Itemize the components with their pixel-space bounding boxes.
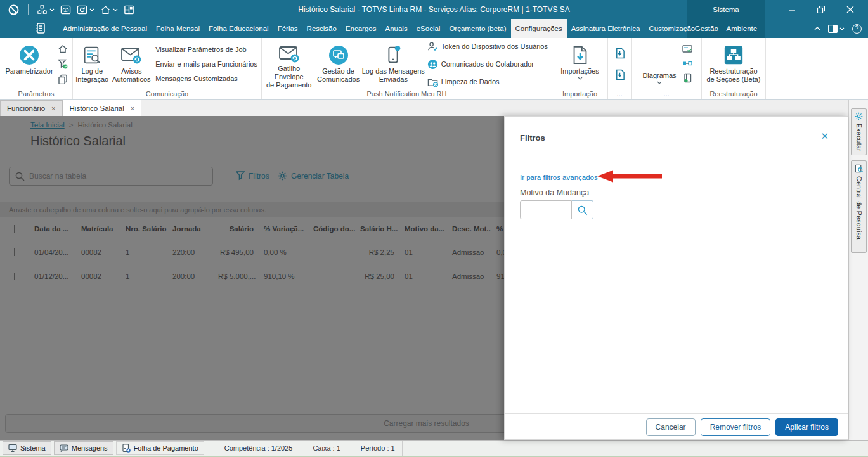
menu-item-assinatura-eletronica[interactable]: Assinatura Eletrônica: [567, 19, 645, 38]
chevron-down-icon: [89, 8, 94, 11]
home-small-icon[interactable]: [58, 44, 68, 54]
parametrizador-icon: [18, 43, 41, 67]
minimize-button[interactable]: [789, 6, 796, 13]
parametrizador-button[interactable]: Parametrizador: [3, 41, 56, 87]
apply-filters-button[interactable]: Aplicar filtros: [775, 418, 838, 436]
book-icon[interactable]: [683, 73, 692, 83]
chevron-down-icon: [113, 8, 118, 11]
comunicados-colaborador-button[interactable]: Comunicados do Colaborador: [427, 59, 548, 70]
ribbon-caption-comunicacao: Comunicação: [73, 90, 261, 98]
menu-item-orcamento-beta[interactable]: Orçamento (beta): [444, 19, 510, 38]
reestruturacao-icon: [723, 43, 744, 67]
menu-item-configuracoes[interactable]: Configurações: [511, 19, 567, 38]
menu-item-encargos[interactable]: Encargos: [341, 19, 381, 38]
menu-item-folha-educacional[interactable]: Folha Educacional: [204, 19, 273, 38]
statusbar-caixa: Caixa : 1: [313, 444, 340, 452]
ribbon-caption-parametros: Parâmetros: [0, 90, 72, 98]
menu-item-esocial[interactable]: eSocial: [412, 19, 445, 38]
menu-item-ferias[interactable]: Férias: [273, 19, 302, 38]
message-icon: [60, 444, 68, 453]
comunicados-colaborador-icon: [427, 59, 438, 70]
mensagens-customizadas-button[interactable]: Mensagens Customizadas: [155, 75, 257, 82]
ribbon-group-comunicacao: Log de Integração Avisos Automáticos Vis…: [73, 38, 262, 99]
ribbon-caption-reestruturacao: Reestruturação: [702, 90, 765, 98]
checklist-icon[interactable]: [682, 45, 692, 54]
side-tab-executar[interactable]: Executar: [851, 108, 867, 155]
tab-close-icon[interactable]: ×: [131, 105, 134, 112]
log-mensagens-button[interactable]: Log das Mensagens Enviadas: [362, 41, 425, 87]
menu-book-icon[interactable]: [34, 22, 46, 34]
sync-icon[interactable]: [77, 4, 94, 15]
visualizar-parametros-job-button[interactable]: Visualizar Parâmetros de Job: [155, 46, 257, 53]
statusbar-folha-pagamento[interactable]: Folha de Pagamento: [116, 441, 204, 455]
tab-historico-salarial[interactable]: Histórico Salarial ×: [63, 100, 142, 116]
diagram-nodes-icon[interactable]: [682, 59, 692, 68]
payroll-doc-icon: [122, 444, 131, 453]
log-integracao-icon: [81, 43, 103, 67]
eye-icon[interactable]: [60, 4, 71, 15]
importacoes-button[interactable]: Importações: [554, 41, 606, 87]
help-icon[interactable]: ?: [852, 24, 862, 34]
gestao-comunicados-button[interactable]: Gestão de Comunicados: [314, 41, 361, 87]
ribbon: Parametrizador Parâmetros Log de Integra…: [0, 38, 868, 100]
import-doc-icon[interactable]: [614, 48, 625, 59]
avisos-automaticos-button[interactable]: Avisos Automáticos: [110, 41, 153, 87]
statusbar-competencia: Competência : 1/2025: [224, 444, 293, 452]
window-title: Histórico Salarial - TOTVS Linha RM - Se…: [298, 0, 570, 19]
main-menu: Administração de Pessoal Folha Mensal Fo…: [58, 19, 699, 38]
token-dispositivo-button[interactable]: Token do Dispositivo dos Usuários: [427, 41, 548, 52]
restore-button[interactable]: [817, 6, 825, 13]
limpeza-dados-button[interactable]: Limpeza de Dados: [427, 77, 548, 87]
motivo-mudanca-input[interactable]: [520, 200, 572, 219]
ribbon-group-diagramas: Diagramas ...: [632, 38, 702, 99]
filters-footer-divider: [505, 413, 848, 414]
app-window: Sistema Gestão Ambiente: [0, 0, 868, 457]
ribbon-caption-push-notification: Push Notification Meu RH: [262, 90, 552, 98]
close-button[interactable]: [846, 6, 854, 13]
diagramas-button[interactable]: Diagramas: [638, 41, 680, 87]
menu-item-administracao-de-pessoal[interactable]: Administração de Pessoal: [58, 19, 152, 38]
log-mensagens-icon: [382, 43, 404, 67]
ribbon-group-reestruturacao: Reestruturação de Seções (Beta) Reestrut…: [702, 38, 766, 99]
side-tab-central-de-pesquisa[interactable]: Central de Pesquisa: [851, 160, 867, 253]
tab-funcionario[interactable]: Funcionário ×: [0, 100, 63, 116]
motivo-mudanca-search-button[interactable]: [572, 200, 593, 219]
filter-check-icon[interactable]: [58, 59, 68, 69]
import-doc-icon[interactable]: [614, 69, 625, 80]
filters-panel-title: Filtros: [520, 133, 545, 143]
menu-item-anuais[interactable]: Anuais: [381, 19, 412, 38]
statusbar-mensagens-button[interactable]: Mensagens: [54, 441, 113, 455]
layout-split-icon[interactable]: [828, 25, 845, 33]
enviar-emails-button[interactable]: Enviar e-mails para Funcionários: [155, 60, 257, 68]
totvs-logo-icon[interactable]: [8, 4, 20, 16]
menu-item-customizacao[interactable]: Customização: [644, 19, 699, 38]
token-dispositivo-icon: [427, 41, 438, 52]
copy-icon[interactable]: [58, 74, 68, 84]
menu-item-rescisao[interactable]: Rescisão: [302, 19, 341, 38]
menu-item-folha-mensal[interactable]: Folha Mensal: [152, 19, 204, 38]
gestao-comunicados-icon: [327, 43, 350, 67]
gatilho-envelope-button[interactable]: Gatilho Envelope de Pagamento: [263, 41, 314, 87]
cancel-button[interactable]: Cancelar: [646, 418, 696, 436]
tab-close-icon[interactable]: ×: [51, 105, 55, 112]
limpeza-dados-icon: [427, 77, 438, 87]
org-structure-icon[interactable]: [37, 4, 55, 15]
titlebar-divider: [28, 4, 29, 15]
home-icon[interactable]: [100, 4, 118, 15]
statusbar-sistema-button[interactable]: Sistema: [3, 441, 51, 455]
reestruturacao-secoes-button[interactable]: Reestruturação de Seções (Beta): [703, 41, 764, 87]
log-integracao-button[interactable]: Log de Integração: [74, 41, 110, 87]
annotation-arrow: [588, 169, 663, 183]
window-grid-icon[interactable]: [124, 4, 134, 15]
gatilho-envelope-icon: [278, 43, 301, 65]
document-tabbar: Funcionário × Histórico Salarial ×: [0, 100, 848, 116]
remove-filters-button[interactable]: Remover filtros: [701, 418, 771, 436]
avisos-automaticos-icon: [120, 43, 143, 67]
collapse-ribbon-icon[interactable]: [814, 27, 820, 30]
chevron-down-icon: [839, 27, 845, 30]
workarea: Funcionário × Histórico Salarial × Tela …: [0, 100, 868, 440]
advanced-filters-link[interactable]: Ir para filtros avançados: [520, 174, 598, 181]
menu-item-sistema[interactable]: Sistema: [687, 0, 765, 19]
execute-gear-icon: [855, 112, 863, 120]
filters-close-icon[interactable]: ✕: [820, 131, 829, 142]
